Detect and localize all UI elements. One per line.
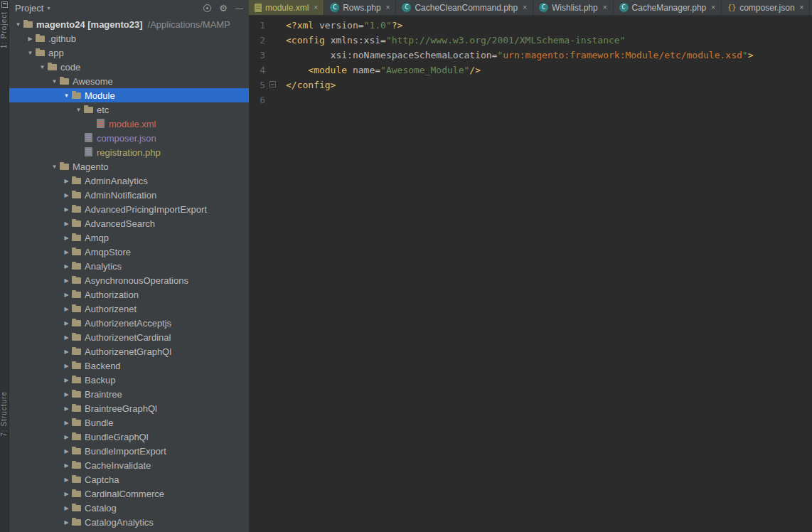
tree-row-Backup[interactable]: ▶Backup [9, 373, 249, 387]
settings-gear-icon[interactable]: ⚙ [219, 4, 228, 13]
tree-row-registration.php[interactable]: registration.php [9, 145, 249, 159]
close-icon[interactable]: × [800, 4, 804, 11]
chevron-right-icon[interactable]: ▶ [62, 320, 71, 326]
tree-row-AdminNotification[interactable]: ▶AdminNotification [9, 188, 249, 202]
tree-row-AuthorizenetCardinal[interactable]: ▶AuthorizenetCardinal [9, 330, 249, 344]
tree-row-Catalog[interactable]: ▶Catalog [9, 501, 249, 515]
tree-row-app[interactable]: ▼app [9, 46, 249, 60]
close-icon[interactable]: × [314, 4, 318, 11]
tree-row-etc[interactable]: ▼etc [9, 102, 249, 117]
tree-row-Analytics[interactable]: ▶Analytics [9, 259, 249, 273]
chevron-right-icon[interactable]: ▶ [62, 434, 71, 440]
tree-row-Magento[interactable]: ▼Magento [9, 159, 249, 174]
chevron-right-icon[interactable]: ▶ [62, 178, 71, 184]
chevron-right-icon[interactable]: ▶ [62, 519, 71, 526]
tree-row-AuthorizenetGraphQl[interactable]: ▶AuthorizenetGraphQl [9, 344, 249, 358]
tab-Rows.php[interactable]: CRows.php× [324, 0, 396, 15]
chevron-right-icon[interactable]: ▶ [26, 36, 35, 42]
chevron-right-icon[interactable]: ▶ [62, 306, 71, 312]
chevron-right-icon[interactable]: ▶ [62, 349, 71, 355]
chevron-right-icon[interactable]: ▶ [62, 235, 71, 241]
chevron-right-icon[interactable]: ▶ [62, 477, 71, 483]
project-view-selector[interactable]: Project ▾ [15, 3, 50, 14]
stripe-button-project[interactable]: 1: Project [0, 11, 9, 48]
chevron-right-icon[interactable]: ▶ [62, 249, 71, 255]
tree-row-CatalogAnalytics[interactable]: ▶CatalogAnalytics [9, 515, 249, 529]
tree-row-BundleGraphQl[interactable]: ▶BundleGraphQl [9, 430, 249, 444]
close-icon[interactable]: × [386, 4, 390, 11]
chevron-right-icon[interactable]: ▶ [62, 505, 71, 511]
chevron-right-icon[interactable]: ▶ [62, 263, 71, 270]
tree-row-CardinalCommerce[interactable]: ▶CardinalCommerce [9, 486, 249, 501]
chevron-down-icon[interactable]: ▼ [26, 50, 35, 56]
code-area[interactable]: <?xml version="1.0"?><config xmlns:xsi="… [277, 16, 812, 532]
line-number[interactable]: 5− [249, 78, 277, 92]
tree-row-BundleImportExport[interactable]: ▶BundleImportExport [9, 444, 249, 458]
tool-window-stripe: 1: Project 7: Structure [0, 0, 9, 532]
chevron-right-icon[interactable]: ▶ [62, 206, 71, 213]
tree-row-Backend[interactable]: ▶Backend [9, 358, 249, 373]
tree-row-AuthorizenetAcceptjs[interactable]: ▶AuthorizenetAcceptjs [9, 316, 249, 330]
close-icon[interactable]: × [523, 4, 527, 11]
tree-row-Bundle[interactable]: ▶Bundle [9, 415, 249, 430]
tree-row-CacheInvalidate[interactable]: ▶CacheInvalidate [9, 458, 249, 472]
tree-row-AmqpStore[interactable]: ▶AmqpStore [9, 245, 249, 259]
locate-icon[interactable] [203, 4, 211, 12]
chevron-right-icon[interactable]: ▶ [62, 377, 71, 383]
chevron-right-icon[interactable]: ▶ [62, 405, 71, 412]
chevron-right-icon[interactable]: ▶ [62, 420, 71, 426]
hide-icon[interactable]: — [235, 4, 243, 13]
tree-row-.github[interactable]: ▶.github [9, 31, 249, 46]
tree-row-composer.json[interactable]: composer.json [9, 131, 249, 145]
chevron-right-icon[interactable]: ▶ [62, 292, 71, 298]
line-number[interactable]: 4 [249, 63, 277, 78]
tree-row-Authorization[interactable]: ▶Authorization [9, 287, 249, 302]
line-number[interactable]: 1 [249, 18, 277, 33]
tool-windows-icon[interactable] [1, 1, 8, 8]
tree-row-magento24 [magento23][interactable]: ▼magento24 [magento23]/Applications/MAMP [9, 17, 249, 31]
chevron-right-icon[interactable]: ▶ [62, 448, 71, 454]
close-icon[interactable]: × [603, 4, 607, 11]
fold-marker-icon[interactable]: − [269, 81, 276, 87]
tab-CacheCleanCommand.php[interactable]: CCacheCleanCommand.php× [396, 0, 533, 15]
chevron-down-icon[interactable]: ▼ [14, 21, 23, 28]
chevron-right-icon[interactable]: ▶ [62, 462, 71, 469]
chevron-right-icon[interactable]: ▶ [62, 334, 71, 341]
chevron-down-icon[interactable]: ▼ [62, 92, 71, 99]
chevron-down-icon[interactable]: ▼ [38, 64, 47, 70]
tree-row-AdvancedSearch[interactable]: ▶AdvancedSearch [9, 216, 249, 230]
tree-row-Authorizenet[interactable]: ▶Authorizenet [9, 302, 249, 316]
tree-row-CatalogCmsGraphQl[interactable]: ▶CatalogCmsGraphQl [9, 529, 249, 532]
chevron-right-icon[interactable]: ▶ [62, 491, 71, 497]
tree-row-Module[interactable]: ▼Module [9, 88, 249, 102]
tree-row-AdminAnalytics[interactable]: ▶AdminAnalytics [9, 174, 249, 188]
chevron-right-icon[interactable]: ▶ [62, 391, 71, 398]
tab-module.xml[interactable]: module.xml× [249, 0, 324, 15]
tab-Wishlist.php[interactable]: CWishlist.php× [533, 0, 614, 15]
chevron-down-icon[interactable]: ▼ [50, 164, 59, 170]
tree-row-BraintreeGraphQl[interactable]: ▶BraintreeGraphQl [9, 401, 249, 415]
chevron-right-icon[interactable]: ▶ [62, 363, 71, 369]
tree-row-Braintree[interactable]: ▶Braintree [9, 387, 249, 401]
tab-composer.json[interactable]: {}composer.json× [722, 0, 810, 15]
chevron-right-icon[interactable]: ▶ [62, 192, 71, 198]
line-number[interactable]: 2 [249, 33, 277, 48]
line-number[interactable]: 6 [249, 92, 277, 107]
tree-row-Awesome[interactable]: ▼Awesome [9, 74, 249, 88]
chevron-down-icon[interactable]: ▼ [74, 107, 83, 113]
tree-row-code[interactable]: ▼code [9, 60, 249, 74]
tree-row-module.xml[interactable]: module.xml [9, 117, 249, 131]
stripe-button-structure[interactable]: 7: Structure [0, 391, 9, 437]
tree-row-Amqp[interactable]: ▶Amqp [9, 230, 249, 245]
tab-CacheManager.php[interactable]: CCacheManager.php× [614, 0, 722, 15]
line-number[interactable]: 3 [249, 48, 277, 63]
chevron-right-icon[interactable]: ▶ [62, 277, 71, 284]
tree-row-AdvancedPricingImportExport[interactable]: ▶AdvancedPricingImportExport [9, 202, 249, 216]
chevron-down-icon[interactable]: ▼ [50, 78, 59, 85]
tree-row-Captcha[interactable]: ▶Captcha [9, 472, 249, 486]
close-icon[interactable]: × [711, 4, 715, 11]
code-token: name [353, 65, 375, 75]
tree-row-AsynchronousOperations[interactable]: ▶AsynchronousOperations [9, 273, 249, 287]
chevron-right-icon[interactable]: ▶ [62, 220, 71, 227]
xml-file-icon [255, 4, 262, 12]
